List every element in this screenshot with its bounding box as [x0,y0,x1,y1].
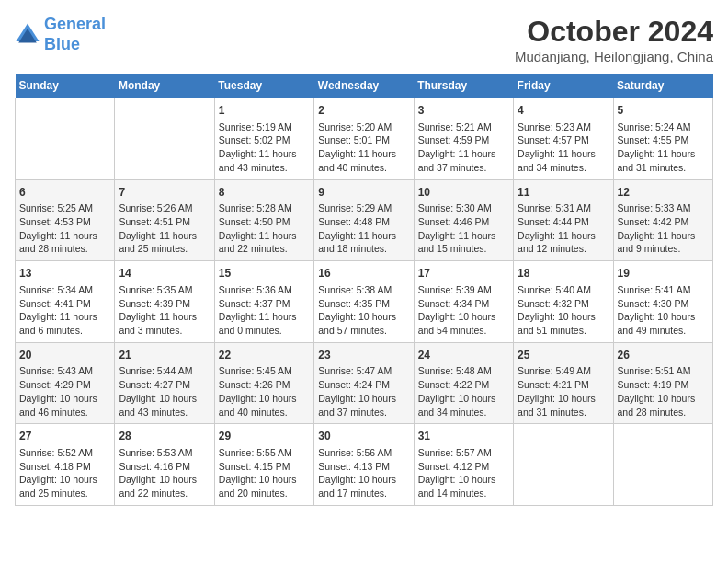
day-number: 31 [418,429,509,444]
day-info: Sunset: 4:50 PM [219,215,310,229]
day-info: Sunset: 4:39 PM [119,297,210,311]
day-info: Daylight: 10 hours and 20 minutes. [219,473,310,500]
day-info: Sunset: 4:53 PM [19,215,110,229]
day-info: Daylight: 11 hours and 3 minutes. [119,310,210,337]
logo-line1: General [44,15,106,33]
day-info: Sunrise: 5:55 AM [219,446,310,460]
day-info: Sunset: 4:21 PM [518,378,609,392]
day-info: Sunrise: 5:53 AM [119,446,210,460]
calendar-cell: 2Sunrise: 5:20 AMSunset: 5:01 PMDaylight… [314,98,414,180]
day-info: Sunrise: 5:40 AM [518,283,609,297]
day-info: Sunrise: 5:39 AM [418,283,509,297]
day-number: 29 [219,429,310,444]
calendar-cell: 16Sunrise: 5:38 AMSunset: 4:35 PMDayligh… [314,261,414,343]
calendar-cell: 19Sunrise: 5:41 AMSunset: 4:30 PMDayligh… [613,261,712,343]
day-info: Daylight: 11 hours and 15 minutes. [418,229,509,256]
day-info: Sunrise: 5:51 AM [618,364,709,378]
header-cell-monday: Monday [115,74,214,98]
day-info: Sunrise: 5:28 AM [219,201,310,215]
day-info: Daylight: 10 hours and 57 minutes. [318,310,409,337]
day-info: Daylight: 10 hours and 31 minutes. [518,392,609,419]
calendar-cell [16,98,115,180]
calendar-cell: 27Sunrise: 5:52 AMSunset: 4:18 PMDayligh… [16,424,115,506]
day-info: Sunset: 4:35 PM [318,297,409,311]
day-info: Sunset: 4:44 PM [518,215,609,229]
day-info: Daylight: 10 hours and 40 minutes. [219,392,310,419]
day-info: Sunset: 5:02 PM [219,133,310,147]
calendar-cell: 9Sunrise: 5:29 AMSunset: 4:48 PMDaylight… [314,179,414,261]
day-info: Daylight: 10 hours and 46 minutes. [19,392,110,419]
page-header: General Blue October 2024 Mudanjiang, He… [15,15,713,64]
calendar-cell: 20Sunrise: 5:43 AMSunset: 4:29 PMDayligh… [16,342,115,424]
calendar-cell: 28Sunrise: 5:53 AMSunset: 4:16 PMDayligh… [115,424,214,506]
day-info: Sunrise: 5:25 AM [19,201,110,215]
calendar-table: SundayMondayTuesdayWednesdayThursdayFrid… [15,74,713,506]
day-info: Sunrise: 5:24 AM [618,121,709,134]
day-info: Sunset: 4:13 PM [318,460,409,474]
day-info: Sunset: 4:34 PM [418,297,509,311]
calendar-cell [514,424,613,506]
calendar-cell: 22Sunrise: 5:45 AMSunset: 4:26 PMDayligh… [214,342,313,424]
day-number: 22 [219,348,310,363]
day-number: 14 [119,266,210,282]
day-info: Daylight: 10 hours and 25 minutes. [19,473,110,500]
day-number: 17 [418,266,509,282]
day-number: 4 [518,103,609,119]
header-row: SundayMondayTuesdayWednesdayThursdayFrid… [16,74,713,98]
day-info: Sunrise: 5:45 AM [219,364,310,378]
calendar-cell [613,424,712,506]
day-info: Sunset: 4:57 PM [518,133,609,147]
header-cell-thursday: Thursday [414,74,513,98]
day-info: Sunset: 4:37 PM [219,297,310,311]
calendar-week-4: 20Sunrise: 5:43 AMSunset: 4:29 PMDayligh… [16,342,713,424]
calendar-cell: 14Sunrise: 5:35 AMSunset: 4:39 PMDayligh… [115,261,214,343]
day-number: 24 [418,348,509,363]
day-info: Sunrise: 5:43 AM [19,364,110,378]
title-block: October 2024 Mudanjiang, Heilongjiang, C… [515,15,713,64]
calendar-cell: 21Sunrise: 5:44 AMSunset: 4:27 PMDayligh… [115,342,214,424]
calendar-week-5: 27Sunrise: 5:52 AMSunset: 4:18 PMDayligh… [16,424,713,506]
day-number: 26 [618,348,709,363]
day-number: 8 [219,185,310,201]
day-number: 7 [119,185,210,201]
day-info: Sunset: 5:01 PM [318,133,409,147]
calendar-cell: 6Sunrise: 5:25 AMSunset: 4:53 PMDaylight… [16,179,115,261]
day-info: Daylight: 11 hours and 37 minutes. [418,147,509,174]
day-info: Sunrise: 5:30 AM [418,201,509,215]
calendar-cell: 24Sunrise: 5:48 AMSunset: 4:22 PMDayligh… [414,342,513,424]
day-info: Sunrise: 5:23 AM [518,121,609,134]
calendar-cell: 29Sunrise: 5:55 AMSunset: 4:15 PMDayligh… [214,424,313,506]
day-number: 13 [19,266,110,282]
day-info: Sunrise: 5:52 AM [19,446,110,460]
day-info: Sunrise: 5:49 AM [518,364,609,378]
calendar-cell: 3Sunrise: 5:21 AMSunset: 4:59 PMDaylight… [414,98,513,180]
day-info: Daylight: 11 hours and 9 minutes. [618,229,709,256]
day-info: Sunrise: 5:38 AM [318,283,409,297]
logo-text: General Blue [44,15,106,54]
day-info: Sunrise: 5:35 AM [119,283,210,297]
calendar-cell: 12Sunrise: 5:33 AMSunset: 4:42 PMDayligh… [613,179,712,261]
day-number: 30 [318,429,409,444]
calendar-week-1: 1Sunrise: 5:19 AMSunset: 5:02 PMDaylight… [16,98,713,180]
day-number: 2 [318,103,409,119]
day-info: Sunset: 4:42 PM [618,215,709,229]
day-info: Daylight: 11 hours and 6 minutes. [19,310,110,337]
calendar-cell [115,98,214,180]
day-info: Sunset: 4:29 PM [19,378,110,392]
calendar-cell: 10Sunrise: 5:30 AMSunset: 4:46 PMDayligh… [414,179,513,261]
calendar-week-2: 6Sunrise: 5:25 AMSunset: 4:53 PMDaylight… [16,179,713,261]
header-cell-tuesday: Tuesday [214,74,313,98]
day-info: Daylight: 10 hours and 37 minutes. [318,392,409,419]
day-info: Sunset: 4:48 PM [318,215,409,229]
day-info: Daylight: 11 hours and 43 minutes. [219,147,310,174]
day-info: Daylight: 10 hours and 17 minutes. [318,473,409,500]
day-info: Sunset: 4:22 PM [418,378,509,392]
day-info: Daylight: 11 hours and 12 minutes. [518,229,609,256]
calendar-subtitle: Mudanjiang, Heilongjiang, China [515,49,713,64]
calendar-cell: 31Sunrise: 5:57 AMSunset: 4:12 PMDayligh… [414,424,513,506]
day-info: Sunset: 4:30 PM [618,297,709,311]
calendar-cell: 30Sunrise: 5:56 AMSunset: 4:13 PMDayligh… [314,424,414,506]
header-cell-saturday: Saturday [613,74,712,98]
calendar-cell: 7Sunrise: 5:26 AMSunset: 4:51 PMDaylight… [115,179,214,261]
day-info: Daylight: 11 hours and 25 minutes. [119,229,210,256]
